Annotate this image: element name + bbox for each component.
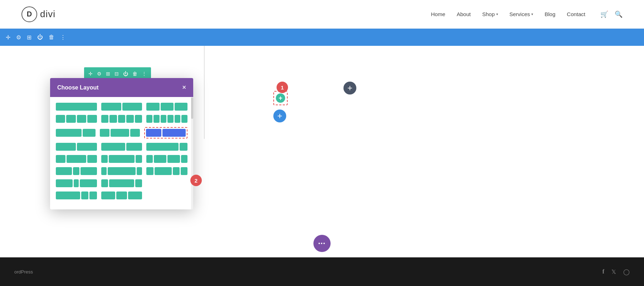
- choose-layout-modal: Choose Layout ×: [50, 78, 193, 209]
- add-section-blue-plus: +: [277, 112, 282, 120]
- footer-text: ordPress: [14, 269, 33, 275]
- layout-r7a[interactable]: [56, 179, 97, 187]
- dots-icon: •••: [318, 241, 326, 246]
- footer-bar: ordPress f 𝕏 ◯: [0, 257, 644, 286]
- layout-r4a[interactable]: [56, 143, 97, 151]
- modal-scrollbar[interactable]: [191, 97, 193, 209]
- toolbar-power-icon[interactable]: ⏻: [37, 34, 43, 40]
- layout-1col[interactable]: [56, 103, 97, 111]
- layout-r5c[interactable]: [146, 155, 187, 163]
- step-badge-2: 2: [190, 175, 202, 186]
- layout-2col-blue-selected[interactable]: [144, 127, 187, 139]
- top-toolbar: ✛ ⚙ ⊞ ⏻ 🗑 ⋮: [0, 29, 644, 46]
- layout-r6a[interactable]: [56, 167, 97, 175]
- st-delete-icon[interactable]: 🗑: [132, 71, 137, 77]
- layout-6col[interactable]: [146, 115, 187, 123]
- nav-about[interactable]: About: [457, 11, 470, 17]
- footer-social-icons: f 𝕏 ◯: [602, 268, 630, 275]
- add-section-dashed-button[interactable]: +: [273, 91, 288, 105]
- st-layout-icon[interactable]: ⊞: [106, 71, 110, 77]
- add-section-blue-button[interactable]: +: [273, 110, 286, 122]
- layout-row-3: [56, 127, 187, 139]
- layout-5col[interactable]: [101, 115, 142, 123]
- add-section-dark-button[interactable]: +: [343, 82, 356, 94]
- layout-3col-equal[interactable]: [146, 103, 187, 111]
- v-divider: [204, 46, 205, 139]
- main-content: ✛ ⚙ ⊞ ⊟ ⏻ 🗑 ⋮ Choose Layout ×: [0, 46, 644, 286]
- modal-close-button[interactable]: ×: [182, 84, 186, 91]
- layout-row-5: [56, 155, 187, 163]
- toolbar-add-icon[interactable]: ✛: [6, 34, 10, 41]
- layout-r8a[interactable]: [56, 192, 97, 199]
- modal-body: [50, 97, 193, 209]
- layout-r7b[interactable]: [101, 179, 142, 187]
- layout-row-7: [56, 179, 187, 187]
- search-icon[interactable]: 🔍: [615, 10, 623, 18]
- st-more-icon[interactable]: ⋮: [142, 71, 147, 77]
- add-section-dark-plus: +: [347, 84, 352, 92]
- st-columns-icon[interactable]: ⊟: [114, 71, 119, 77]
- toolbar-layout-icon[interactable]: ⊞: [27, 34, 31, 41]
- nav-blog[interactable]: Blog: [545, 11, 555, 17]
- layout-r8b[interactable]: [101, 192, 142, 199]
- toolbar-delete-icon[interactable]: 🗑: [49, 34, 54, 40]
- st-add-icon[interactable]: ✛: [88, 71, 93, 77]
- nav-home[interactable]: Home: [431, 11, 445, 17]
- modal-header: Choose Layout ×: [50, 78, 193, 97]
- layout-r6b[interactable]: [101, 167, 142, 175]
- logo-text: divi: [40, 9, 55, 20]
- cart-icon[interactable]: 🛒: [600, 10, 608, 18]
- logo-icon: D: [21, 6, 37, 22]
- add-section-dashed-plus: +: [276, 93, 285, 103]
- layout-row-6: [56, 167, 187, 175]
- modal-scrollbar-thumb: [191, 97, 193, 119]
- instagram-icon[interactable]: ◯: [623, 268, 630, 275]
- st-power-icon[interactable]: ⏻: [123, 71, 128, 77]
- main-nav: Home About Shop ▾ Services ▾ Blog Contac…: [431, 10, 623, 18]
- layout-r5b[interactable]: [101, 155, 142, 163]
- shop-chevron: ▾: [496, 12, 498, 16]
- layout-row-1: [56, 103, 187, 111]
- nav-utility-icons: 🛒 🔍: [600, 10, 623, 18]
- layout-r6c[interactable]: [146, 167, 187, 175]
- layout-r4b[interactable]: [101, 143, 142, 151]
- step-badge-1: 1: [277, 82, 288, 93]
- facebook-icon[interactable]: f: [602, 268, 604, 275]
- st-settings-icon[interactable]: ⚙: [97, 71, 102, 77]
- toolbar-more-icon[interactable]: ⋮: [60, 34, 66, 41]
- nav-services[interactable]: Services ▾: [509, 11, 533, 17]
- layout-2col-equal[interactable]: [101, 103, 142, 111]
- logo[interactable]: D divi: [21, 6, 55, 22]
- layout-2col-right[interactable]: [100, 129, 140, 137]
- modal-title: Choose Layout: [57, 84, 99, 91]
- layout-row-4: [56, 143, 187, 151]
- layout-r4c[interactable]: [146, 143, 187, 151]
- layout-r5a[interactable]: [56, 155, 97, 163]
- nav-shop[interactable]: Shop ▾: [482, 11, 498, 17]
- bottom-dots-button[interactable]: •••: [313, 235, 331, 252]
- layout-row-8: [56, 192, 187, 199]
- header: D divi Home About Shop ▾ Services ▾ Blog…: [0, 0, 644, 29]
- layout-2col-left[interactable]: [56, 129, 96, 137]
- layout-4col[interactable]: [56, 115, 97, 123]
- layout-row-2: [56, 115, 187, 123]
- twitter-icon[interactable]: 𝕏: [611, 268, 616, 275]
- nav-contact[interactable]: Contact: [567, 11, 585, 17]
- toolbar-settings-icon[interactable]: ⚙: [16, 34, 21, 41]
- services-chevron: ▾: [531, 12, 533, 16]
